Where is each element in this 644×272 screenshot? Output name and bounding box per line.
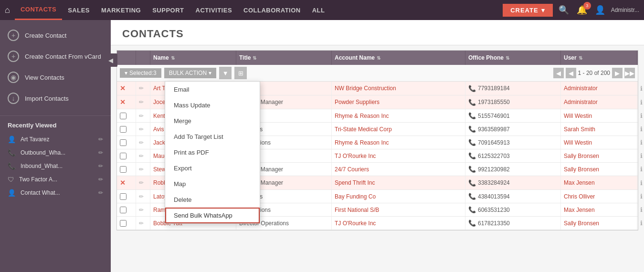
bulk-menu-add-target[interactable]: Add To Target List	[165, 129, 260, 145]
prev-page[interactable]: ◀	[566, 68, 576, 78]
recent-item-inbound[interactable]: 📞 Inbound_What... ✏	[0, 159, 111, 173]
sidebar-item-create-from-vcard[interactable]: + Create Contact From vCard	[0, 46, 111, 67]
edit-icon[interactable]: ✏	[139, 179, 144, 186]
row-checkbox-cell[interactable]	[117, 203, 136, 216]
row-edit-cell[interactable]: ✏	[136, 136, 150, 149]
row-checkbox-cell[interactable]	[117, 123, 136, 136]
row-checkbox-cell[interactable]	[117, 217, 136, 230]
recent-item-twofactor[interactable]: 🛡 Two Factor A... ✏	[0, 173, 111, 186]
row-checkbox-cell[interactable]: ✕	[117, 95, 136, 109]
row-checkbox-cell[interactable]	[117, 136, 136, 149]
info-icon[interactable]: ℹ	[640, 220, 643, 227]
row-info-cell[interactable]: ℹ	[637, 95, 644, 109]
recent-item-contact[interactable]: 👤 Contact What... ✏	[0, 186, 111, 199]
account-link[interactable]: TJ O'Rourke Inc	[335, 220, 376, 227]
nav-item-support[interactable]: SUPPORT	[147, 0, 190, 20]
edit-icon[interactable]: ✏	[139, 99, 144, 105]
edit-icon-outbound[interactable]: ✏	[98, 149, 103, 156]
selected-badge[interactable]: ▾ Selected:3	[120, 68, 161, 78]
edit-icon[interactable]: ✏	[139, 166, 144, 173]
user-link[interactable]: Administrator	[564, 85, 598, 92]
search-button[interactable]: 🔍	[557, 3, 571, 17]
row-checkbox[interactable]	[120, 126, 127, 133]
row-info-cell[interactable]: ℹ	[637, 217, 644, 230]
row-info-cell[interactable]: ℹ	[637, 82, 644, 95]
row-info-cell[interactable]: ℹ	[637, 163, 644, 176]
row-edit-cell[interactable]: ✏	[136, 149, 150, 162]
row-checkbox[interactable]	[120, 193, 127, 200]
row-edit-cell[interactable]: ✏	[136, 203, 150, 216]
row-checkbox[interactable]	[120, 139, 127, 146]
edit-icon[interactable]: ✏	[139, 153, 144, 159]
edit-icon[interactable]: ✏	[139, 207, 144, 213]
row-checkbox[interactable]	[120, 220, 127, 227]
edit-icon[interactable]: ✏	[139, 85, 144, 92]
edit-icon-contact[interactable]: ✏	[98, 189, 103, 196]
bulk-menu-delete[interactable]: Delete	[165, 192, 260, 208]
columns-button[interactable]: ⊞	[234, 67, 247, 79]
bulk-menu-whatsapp[interactable]: Send Bulk WhatsApp	[165, 208, 260, 223]
sidebar-item-import-contacts[interactable]: ↓ Import Contacts	[0, 88, 111, 109]
info-icon[interactable]: ℹ	[640, 193, 643, 200]
nav-item-activities[interactable]: ACTIVITIES	[190, 0, 238, 20]
user-link[interactable]: Sally Bronsen	[564, 166, 599, 173]
account-link[interactable]: 24/7 Couriers	[335, 166, 369, 173]
row-checkbox[interactable]	[120, 207, 127, 213]
account-link[interactable]: Bay Funding Co	[335, 193, 376, 200]
row-info-cell[interactable]: ℹ	[637, 176, 644, 189]
info-icon[interactable]: ℹ	[640, 112, 643, 119]
row-checkbox[interactable]	[120, 166, 127, 173]
sidebar-item-create-contact[interactable]: + Create Contact	[0, 25, 111, 46]
account-link[interactable]: Spend Thrift Inc	[335, 179, 375, 186]
account-link[interactable]: First National S/B	[335, 207, 379, 213]
th-phone[interactable]: Office Phone ⇅	[465, 51, 561, 65]
bulk-menu-mass-update[interactable]: Mass Update	[165, 97, 260, 113]
filter-button[interactable]: ▼	[219, 67, 232, 79]
user-link[interactable]: Sally Bronsen	[564, 153, 599, 159]
row-edit-cell[interactable]: ✏	[136, 217, 150, 230]
edit-icon[interactable]: ✏	[139, 139, 144, 146]
edit-icon-inbound[interactable]: ✏	[98, 163, 103, 169]
nav-item-marketing[interactable]: MARKETING	[95, 0, 147, 20]
edit-icon[interactable]: ✏	[139, 193, 144, 200]
user-link[interactable]: Will Westin	[564, 139, 592, 146]
row-edit-cell[interactable]: ✏	[136, 176, 150, 189]
user-link[interactable]: Sally Bronsen	[564, 220, 599, 227]
user-sort-icon[interactable]: ⇅	[579, 55, 582, 61]
th-title[interactable]: Title ⇅	[236, 51, 332, 65]
row-checkbox-cell[interactable]: ✕	[117, 82, 136, 95]
phone-sort-icon[interactable]: ⇅	[506, 55, 509, 61]
row-info-cell[interactable]: ℹ	[637, 190, 644, 203]
row-checkbox-cell[interactable]	[117, 109, 136, 122]
notifications-button[interactable]: 🔔 3	[575, 3, 589, 17]
row-checkbox-cell[interactable]: ✕	[117, 176, 136, 189]
account-link[interactable]: TJ O'Rourke Inc	[335, 153, 376, 159]
row-checkbox[interactable]	[120, 153, 127, 159]
user-link[interactable]: Max Jensen	[564, 179, 595, 186]
user-link[interactable]: Max Jensen	[564, 207, 595, 213]
info-icon[interactable]: ℹ	[640, 166, 643, 173]
user-link[interactable]: Will Westin	[564, 113, 592, 119]
recent-item-outbound[interactable]: 📞 Outbound_Wha... ✏	[0, 146, 111, 159]
last-page[interactable]: ▶▶	[624, 68, 635, 78]
row-info-cell[interactable]: ℹ	[637, 149, 644, 162]
user-link[interactable]: Chris Olliver	[564, 193, 595, 200]
th-name[interactable]: Name ⇅	[150, 51, 236, 65]
account-sort-icon[interactable]: ⇅	[377, 55, 380, 61]
edit-icon[interactable]: ✏	[139, 220, 144, 227]
row-info-cell[interactable]: ℹ	[637, 203, 644, 216]
bulk-menu-export[interactable]: Export	[165, 160, 260, 176]
row-edit-cell[interactable]: ✏	[136, 95, 150, 109]
nav-item-contacts[interactable]: CONTACTS	[15, 0, 62, 20]
edit-icon-twofactor[interactable]: ✏	[98, 176, 103, 183]
bulk-menu-email[interactable]: Email	[165, 82, 260, 97]
user-avatar-button[interactable]: 👤	[593, 3, 607, 17]
th-account[interactable]: Account Name ⇅	[332, 51, 465, 65]
bulk-menu-print-pdf[interactable]: Print as PDF	[165, 145, 260, 160]
prev-page-disabled[interactable]: ◀	[553, 68, 564, 78]
row-checkbox-cell[interactable]	[117, 163, 136, 176]
info-icon[interactable]: ℹ	[640, 206, 643, 213]
sidebar-item-view-contacts[interactable]: ◉ View Contacts	[0, 67, 111, 88]
account-link[interactable]: Rhyme & Reason Inc	[335, 113, 389, 119]
info-icon[interactable]: ℹ	[640, 99, 643, 106]
